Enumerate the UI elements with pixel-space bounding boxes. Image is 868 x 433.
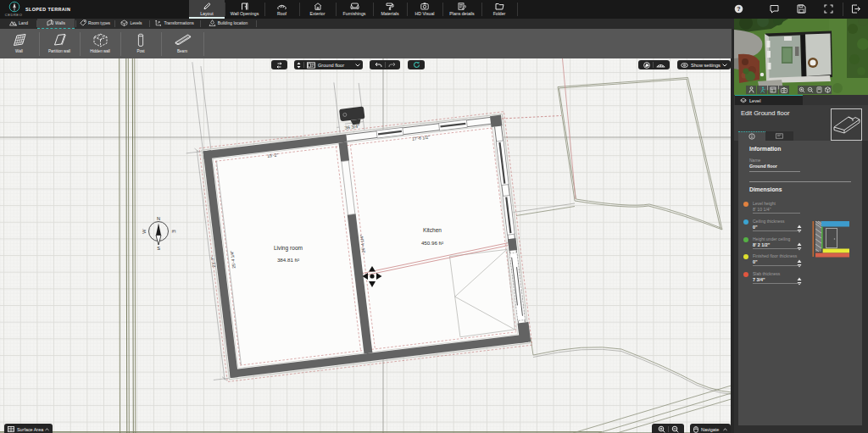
svg-text:W: W [142, 229, 147, 234]
svg-text:Kitchen: Kitchen [423, 227, 442, 233]
svg-text:384.81 ft²: 384.81 ft² [277, 257, 299, 263]
svg-text:E: E [171, 230, 176, 233]
svg-text:Living room: Living room [274, 245, 303, 252]
svg-text:450.96 ft²: 450.96 ft² [421, 240, 443, 246]
svg-text:N: N [157, 216, 160, 221]
svg-text:S: S [157, 246, 160, 251]
svg-text:?: ? [737, 6, 740, 12]
